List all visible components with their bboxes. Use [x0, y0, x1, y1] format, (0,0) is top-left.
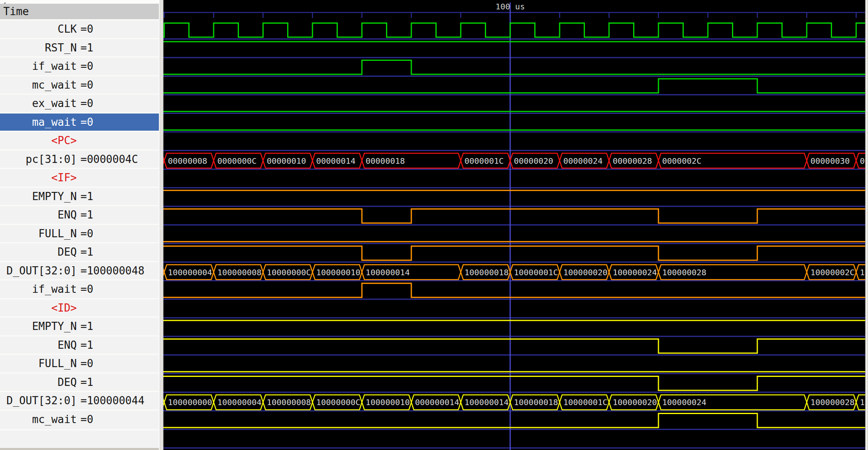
signal-row[interactable]: if_wait=0: [0, 279, 159, 298]
signal-name: ma_wait: [0, 114, 77, 131]
signal-value: =1: [80, 39, 93, 56]
waveform-canvas[interactable]: 100 us000000080000000C000000100000001400…: [163, 0, 865, 450]
bus-value-text: 00000020: [514, 156, 553, 166]
signal-name: CLK: [0, 20, 77, 38]
waveform-svg: 100 us000000080000000C000000100000001400…: [163, 0, 865, 450]
signal-row[interactable]: pc[31:0]=0000004C: [0, 149, 159, 168]
signal-name-panel: Time CLK=0RST_N=1if_wait=0mc_wait=0ex_wa…: [0, 0, 159, 450]
signal-name: D_OUT[32:0]: [0, 262, 77, 279]
signal-name: <ID>: [0, 299, 77, 316]
signal-name: DEQ: [0, 243, 77, 261]
signal-value: =1: [80, 188, 93, 205]
bus-value-text: 00: [860, 156, 865, 166]
signal-value: =1: [80, 336, 93, 354]
signal-name: FULL_N: [0, 225, 77, 242]
signal-row[interactable]: EMPTY_N=1: [0, 316, 159, 335]
bus-value-text: 00000028: [613, 156, 652, 166]
binary-signal-DEQ: [163, 376, 865, 390]
pane-splitter[interactable]: [159, 0, 163, 450]
waveform-viewer-window: Time CLK=0RST_N=1if_wait=0mc_wait=0ex_wa…: [0, 0, 868, 450]
bus-value-text: 100000014: [464, 397, 509, 407]
signal-row[interactable]: mc_wait=0: [0, 75, 159, 94]
bus-value-text: 0000002C: [662, 156, 701, 166]
signal-name: mc_wait: [0, 76, 77, 94]
signal-name: EMPTY_N: [0, 188, 77, 205]
signal-row[interactable]: ENQ=1: [0, 205, 159, 224]
bus-value-text: 00000024: [563, 156, 602, 166]
bus-value-text: 10: [860, 397, 865, 407]
vertical-scrollbar[interactable]: [865, 0, 868, 450]
signal-value: =100000044: [80, 392, 145, 409]
signal-row[interactable]: ex_wait=0: [0, 94, 159, 112]
bus-value-text: 100000020: [613, 397, 657, 407]
bus-value-text: 100000004: [168, 267, 212, 277]
signal-row[interactable]: RST_N=1: [0, 38, 159, 57]
bus-value-text: 10: [860, 267, 865, 277]
signal-row[interactable]: ENQ=1: [0, 335, 159, 354]
binary-signal-ENQ: [163, 209, 865, 223]
bus-value-text: 100000000: [168, 397, 212, 407]
bus-value-text: 100000008: [217, 267, 261, 277]
signal-value: =0: [80, 355, 93, 372]
bus-value-text: 00000014: [316, 156, 355, 166]
bus-value-text: 00000018: [366, 156, 405, 166]
signal-row[interactable]: DEQ=1: [0, 242, 159, 261]
signal-name: FULL_N: [0, 355, 77, 372]
signal-row[interactable]: D_OUT[32:0]=100000044: [0, 391, 159, 410]
binary-signal-ENQ: [163, 339, 865, 353]
time-header-label: Time: [3, 5, 29, 18]
signal-row[interactable]: if_wait=0: [0, 56, 159, 75]
signal-row[interactable]: mc_wait=0: [0, 410, 159, 428]
signal-list-empty-row: [0, 429, 159, 448]
signal-value: =1: [80, 206, 93, 223]
bus-value-text: 0000001C: [464, 156, 504, 166]
bus-value-text: 100000018: [464, 267, 509, 277]
bus-value-text: 10000001C: [563, 397, 607, 407]
bus-value-text: 10000001C: [514, 267, 558, 277]
signal-value: =0: [80, 114, 93, 131]
signal-name: ENQ: [0, 206, 77, 223]
bus-value-text: 100000020: [563, 267, 607, 277]
bus-value-text: 100000004: [217, 397, 261, 407]
signal-row[interactable]: EMPTY_N=1: [0, 187, 159, 205]
signal-group-label-row[interactable]: <IF>: [0, 168, 159, 187]
signal-row[interactable]: ma_wait=0: [0, 112, 159, 131]
signal-value: =0000004C: [80, 151, 138, 168]
bus-value-text: 100000018: [514, 397, 558, 407]
bus-value-text: 100000024: [613, 267, 657, 277]
bus-value-text: 00000030: [810, 156, 850, 166]
bus-signal-D_OUT320: 10000000010000000410000000810000000C1000…: [163, 395, 865, 410]
signal-value: =0: [80, 76, 93, 94]
bus-value-text: 100000008: [267, 397, 311, 407]
binary-signal-mc_wait: [163, 413, 865, 428]
bus-value-text: 100000014: [366, 267, 410, 277]
bus-value-text: 00000010: [267, 156, 306, 166]
signal-value: =1: [80, 243, 93, 261]
signal-name: DEQ: [0, 374, 77, 391]
bus-value-text: 100000028: [662, 267, 706, 277]
signal-row[interactable]: FULL_N=0: [0, 354, 159, 372]
signal-row[interactable]: FULL_N=0: [0, 224, 159, 243]
signal-name: <PC>: [0, 132, 77, 149]
panel-bottom-edge: [0, 448, 159, 450]
signal-value: =0: [80, 411, 93, 428]
signal-row[interactable]: D_OUT[32:0]=100000048: [0, 261, 159, 280]
signal-name: pc[31:0]: [0, 151, 77, 168]
signal-name: <IF>: [0, 169, 77, 186]
binary-signal-DEQ: [163, 246, 865, 261]
bus-value-text: 10000000C: [267, 267, 311, 277]
signal-value: =100000048: [80, 262, 145, 279]
signal-value: =1: [80, 374, 93, 391]
signal-row[interactable]: DEQ=1: [0, 372, 159, 391]
bus-value-text: 10000002C: [810, 267, 855, 277]
signal-value: =0: [80, 225, 93, 242]
signal-group-label-row[interactable]: <ID>: [0, 298, 159, 317]
bus-value-text: 00000008: [168, 156, 207, 166]
signal-value: =0: [80, 58, 93, 75]
signal-name: EMPTY_N: [0, 318, 77, 335]
signal-row[interactable]: CLK=0: [0, 20, 159, 38]
bus-value-text: 100000028: [810, 397, 855, 407]
signal-group-label-row[interactable]: <PC>: [0, 131, 159, 149]
panel-top-edge: [0, 0, 159, 4]
bus-value-text: 100000010: [366, 397, 410, 407]
